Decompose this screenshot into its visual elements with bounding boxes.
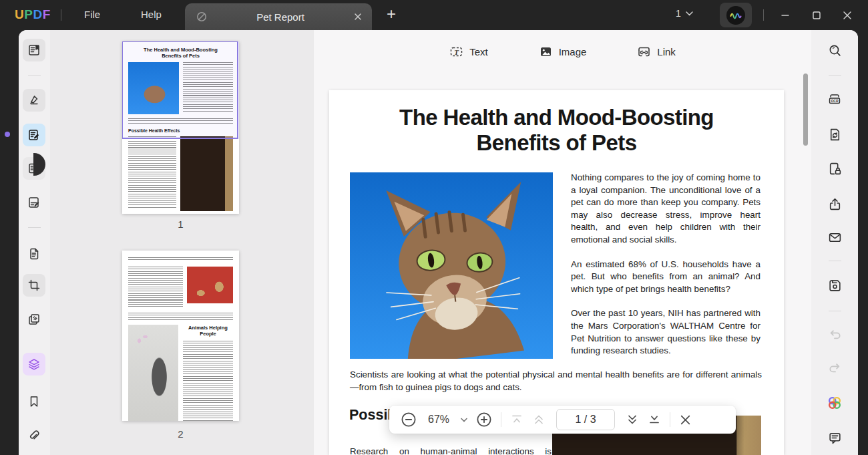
svg-text:OCR: OCR [831, 99, 839, 103]
scrollbar-thumb[interactable] [803, 73, 808, 146]
minimize-button[interactable] [774, 5, 797, 26]
right-tool-undo[interactable] [823, 323, 846, 345]
maximize-button[interactable] [805, 5, 828, 26]
thumbnail-viewport-indicator[interactable] [122, 41, 238, 139]
thumb-dog-photo [180, 136, 233, 211]
link-tool-button[interactable]: Link [632, 41, 681, 63]
sidebar-tool-page-tools[interactable] [23, 243, 45, 265]
avatar [726, 6, 745, 25]
thumb-cat-gray-photo [128, 325, 178, 421]
divider [501, 412, 501, 427]
thumbnail-page-number: 2 [122, 428, 239, 440]
right-tool-save[interactable] [823, 274, 846, 297]
sidebar-tool-reader[interactable] [23, 39, 45, 61]
right-tool-search[interactable] [823, 39, 846, 61]
left-toolbar [19, 30, 50, 455]
logo-letter: U [15, 7, 24, 21]
share-icon [828, 197, 842, 211]
previous-page-icon[interactable] [532, 413, 546, 426]
paragraph-full-width[interactable]: Scientists are looking at what the poten… [350, 369, 762, 394]
zoom-out-icon[interactable] [401, 412, 417, 428]
link-tool-label: Link [657, 46, 676, 57]
highlighter-icon [27, 94, 41, 107]
bookmark-icon [27, 395, 41, 408]
paragraph-partial[interactable]: Research on human-animal interactions is [350, 446, 552, 455]
divider [61, 9, 61, 21]
zoom-dropdown-icon[interactable] [461, 418, 467, 422]
image-tool-label: Image [559, 46, 587, 57]
right-tool-comments-panel[interactable] [823, 426, 846, 449]
undo-icon [828, 327, 842, 341]
right-tool-redo[interactable] [823, 356, 846, 379]
image-tool-button[interactable]: Image [533, 41, 592, 63]
updf-app-window: UPDF File Help Pet Report + 1 [0, 0, 868, 455]
right-tool-ai-assistant[interactable] [823, 392, 846, 414]
document-viewer: T Text Image L [314, 30, 811, 455]
document-slash-icon [196, 11, 208, 23]
main-panel: The Health and Mood-Boosting Benefits of… [19, 30, 858, 455]
new-tab-button[interactable]: + [381, 4, 402, 25]
updf-logo: UPDF [15, 7, 51, 22]
svg-text:T: T [454, 47, 459, 55]
zoom-level[interactable]: 67% [425, 414, 452, 426]
right-tool-permissions[interactable] [823, 157, 846, 180]
convert-file-icon [828, 128, 842, 142]
ocr-icon: OCR [827, 92, 842, 106]
sidebar-tool-crop[interactable] [23, 274, 45, 297]
text-tool-button[interactable]: T Text [444, 41, 493, 63]
divider [28, 227, 41, 228]
page-number-input[interactable]: 1 / 3 [556, 409, 615, 430]
document-tab[interactable]: Pet Report [185, 3, 372, 30]
save-icon [828, 279, 842, 293]
thumbnail-panel: The Health and Mood-Boosting Benefits of… [50, 30, 314, 455]
document-title[interactable]: The Health and Mood-Boosting Benefits of… [329, 105, 784, 156]
sidebar-tool-batch[interactable] [23, 353, 45, 375]
sidebar-tool-fill-sign[interactable] [23, 191, 45, 214]
divider [829, 75, 841, 76]
body-text-column[interactable]: Nothing compares to the joy of coming ho… [571, 172, 761, 369]
maximize-icon [811, 10, 822, 21]
thumb-dogs-red-photo [187, 267, 233, 303]
divider [763, 9, 764, 21]
page-thumbnail-1[interactable]: The Health and Mood-Boosting Benefits of… [122, 41, 239, 214]
menu-help[interactable]: Help [141, 9, 162, 20]
close-button[interactable] [836, 5, 859, 26]
text-tool-icon: T [449, 45, 463, 59]
right-tool-share[interactable] [823, 192, 846, 215]
image-tool-icon [539, 45, 553, 59]
last-page-icon[interactable] [648, 413, 661, 426]
mail-icon [828, 231, 842, 245]
next-page-icon[interactable] [626, 413, 639, 426]
sidebar-tool-edit[interactable] [23, 124, 45, 146]
edit-pdf-icon [27, 128, 41, 142]
redo-icon [828, 361, 842, 375]
sidebar-tool-attachment[interactable] [23, 424, 45, 447]
handle-dot-icon[interactable] [5, 132, 10, 137]
fill-sign-icon [27, 196, 41, 209]
layers-icon [27, 357, 41, 371]
sidebar-tool-watermark[interactable] [23, 308, 45, 331]
tab-close-icon[interactable] [353, 12, 363, 21]
zoom-page-toolbar: 67% 1 / 3 [389, 406, 736, 434]
right-tool-ocr[interactable]: OCR [823, 88, 846, 110]
logo-letter: P [24, 7, 33, 21]
sidebar-tool-bookmark[interactable] [23, 390, 45, 413]
sidebar-tool-comment[interactable] [23, 89, 45, 112]
cat-photo[interactable] [350, 172, 553, 359]
right-tool-email[interactable] [823, 226, 846, 249]
edit-mode-toolbar: T Text Image L [314, 37, 811, 66]
account-avatar[interactable] [720, 3, 752, 27]
right-toolbar: OCR [811, 30, 858, 455]
right-tool-convert[interactable] [823, 123, 846, 146]
rainbow-wave-icon [728, 8, 743, 23]
zoom-in-icon[interactable] [476, 412, 492, 428]
logo-letter: F [43, 7, 51, 21]
menu-file[interactable]: File [84, 9, 100, 20]
first-page-icon[interactable] [510, 413, 523, 426]
tab-list-dropdown[interactable]: 1 [676, 8, 693, 19]
close-toolbar-icon[interactable] [679, 414, 692, 426]
link-tool-icon [637, 45, 651, 59]
thumbnail-text-placeholder [128, 136, 176, 208]
thumbnail-page-number: 1 [122, 218, 239, 230]
page-thumbnail-2[interactable]: Animals Helping People [122, 251, 239, 421]
